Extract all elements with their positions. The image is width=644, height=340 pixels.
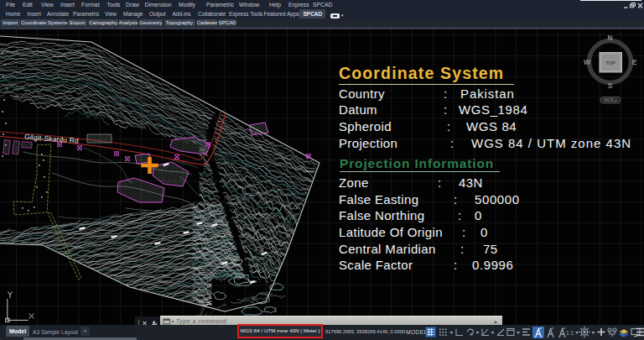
svg-text:TOP: TOP [605,60,615,65]
svg-text:Gilgit-Skardu Rd: Gilgit-Skardu Rd [24,133,79,145]
svg-text:N: N [607,34,612,42]
svg-text:S: S [608,81,613,90]
svg-text:W: W [584,58,591,66]
svg-text:WCS: WCS [604,97,614,102]
svg-text:E: E [632,58,637,66]
svg-text:1:1: 1:1 [566,330,574,336]
